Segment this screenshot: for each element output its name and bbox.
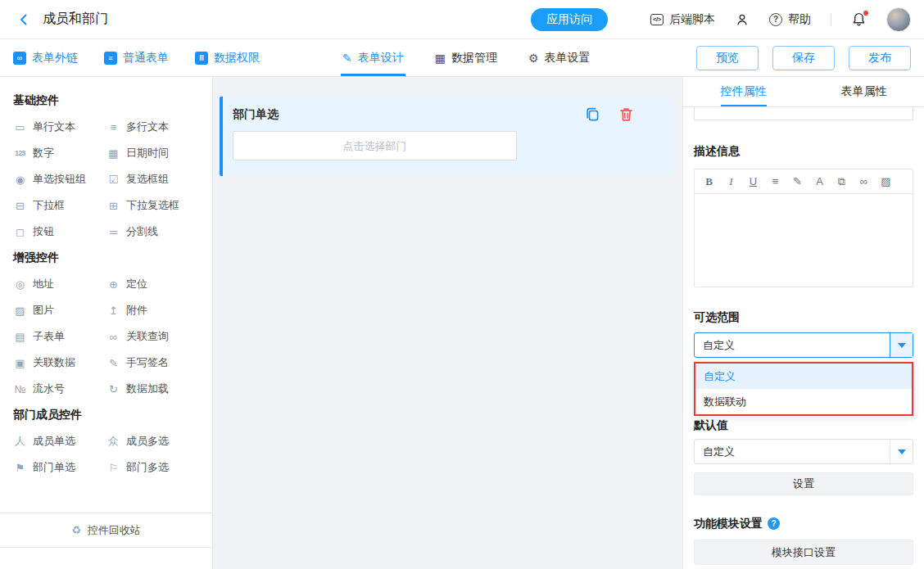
- sidebar-item-attachment[interactable]: ↥附件: [106, 303, 200, 318]
- department-picker-input[interactable]: [233, 131, 517, 160]
- range-dropdown-menu: 自定义 数据联动: [694, 362, 913, 416]
- tab-form-properties[interactable]: 表单属性: [804, 77, 924, 106]
- align-icon[interactable]: ≡: [769, 175, 781, 187]
- sidebar-item-multi-line-text[interactable]: ≡多行文本: [106, 120, 200, 134]
- widget-recycle-bin[interactable]: ♻ 控件回收站: [0, 513, 212, 548]
- insert-image-icon[interactable]: ▨: [880, 175, 892, 187]
- edit-icon[interactable]: ✎: [791, 175, 804, 187]
- publish-button[interactable]: 发布: [849, 46, 911, 70]
- sidebar-item-linked-data[interactable]: ▣关联数据: [13, 355, 106, 370]
- sidebar-item-dept-multi[interactable]: ⚐部门多选: [106, 460, 200, 475]
- trash-icon: [618, 106, 635, 123]
- page-title: 成员和部门: [43, 11, 108, 28]
- permission-icon: Ⅲ: [195, 52, 208, 65]
- widget-sidebar: 基础控件 ▭单行文本 ≡多行文本 123数字 ▦日期时间 ◉单选按钮组 ☑复选框…: [0, 77, 213, 569]
- save-button[interactable]: 保存: [772, 46, 835, 70]
- chevron-left-icon: [16, 12, 31, 27]
- datetime-icon: ▦: [106, 147, 120, 160]
- form-canvas[interactable]: 部门单选: [213, 77, 682, 569]
- location-icon: ⊕: [106, 278, 120, 291]
- bold-icon[interactable]: B: [703, 175, 715, 188]
- description-editor-body[interactable]: [695, 194, 913, 287]
- italic-icon[interactable]: I: [725, 175, 737, 188]
- help-label: 帮助: [788, 12, 811, 27]
- form-doc-icon: ≡: [104, 52, 117, 65]
- member-button[interactable]: [735, 12, 750, 27]
- help-button[interactable]: ? 帮助: [769, 12, 811, 27]
- sidebar-item-linked-query[interactable]: ∞关联查询: [106, 329, 200, 344]
- clone-icon[interactable]: ⧉: [836, 175, 848, 188]
- sidebar-item-number[interactable]: 123数字: [13, 146, 106, 160]
- image-widget-icon: ▨: [13, 305, 27, 317]
- back-button[interactable]: [16, 12, 31, 27]
- app-access-button[interactable]: 应用访问: [531, 8, 608, 31]
- tab-widget-properties[interactable]: 控件属性: [683, 77, 804, 106]
- sidebar-item-serial-number[interactable]: №流水号: [13, 382, 106, 396]
- external-link-icon: ∞: [13, 52, 26, 65]
- question-icon: ?: [769, 13, 782, 26]
- chevron-down-icon: [898, 343, 906, 348]
- sidebar-item-multi-select[interactable]: ⊞下拉复选框: [106, 198, 200, 213]
- dropdown-option-custom[interactable]: 自定义: [695, 364, 912, 389]
- sidebar-item-member-single[interactable]: 人成员单选: [13, 434, 106, 449]
- sidebar-item-address[interactable]: ◎地址: [13, 277, 106, 291]
- sidebar-item-data-load[interactable]: ↻数据加载: [106, 382, 200, 396]
- sidebar-item-radio-group[interactable]: ◉单选按钮组: [13, 172, 106, 187]
- sidebar-item-image[interactable]: ▨图片: [13, 303, 106, 318]
- sidebar-item-datetime[interactable]: ▦日期时间: [106, 146, 200, 160]
- sidebar-item-subform[interactable]: ▤子表单: [13, 329, 106, 344]
- attachment-icon: ↥: [106, 305, 120, 317]
- module-api-button[interactable]: 模块接口设置: [694, 540, 913, 565]
- selected-field-dept-single[interactable]: 部门单选: [220, 97, 673, 176]
- tab-form-design[interactable]: ✎ 表单设计: [342, 39, 404, 76]
- member-single-icon: 人: [13, 434, 27, 449]
- dept-single-icon: ⚑: [13, 462, 27, 474]
- range-select-caret[interactable]: [890, 333, 913, 357]
- tab-data-management[interactable]: ▦ 数据管理: [435, 39, 497, 76]
- underline-icon[interactable]: U: [747, 175, 759, 187]
- copy-icon: [584, 106, 601, 123]
- avatar[interactable]: [886, 7, 911, 32]
- sidebar-item-divider[interactable]: ═分割线: [106, 224, 200, 239]
- backend-script-button[interactable]: </> 后端脚本: [650, 12, 715, 27]
- multi-select-icon: ⊞: [106, 200, 120, 212]
- font-color-icon[interactable]: A: [813, 175, 826, 187]
- notifications-button[interactable]: [851, 11, 867, 27]
- sidebar-item-dept-single[interactable]: ⚑部门单选: [13, 460, 106, 475]
- tab-form-settings[interactable]: ⚙ 表单设置: [528, 39, 591, 76]
- select-icon: ⊟: [13, 200, 27, 212]
- sidebar-item-single-line-text[interactable]: ▭单行文本: [13, 120, 106, 134]
- tab-data-permission[interactable]: Ⅲ 数据权限: [195, 51, 260, 65]
- header-divider: [831, 13, 831, 26]
- tab-external-link[interactable]: ∞ 表单外链: [13, 51, 78, 65]
- sidebar-item-button[interactable]: ◻按钮: [13, 224, 106, 239]
- range-label: 可选范围: [694, 311, 913, 323]
- dropdown-option-data-linkage[interactable]: 数据联动: [695, 389, 912, 414]
- single-line-text-icon: ▭: [13, 121, 27, 133]
- preview-button[interactable]: 预览: [696, 46, 759, 70]
- delete-field-button[interactable]: [618, 106, 635, 123]
- sidebar-item-checkbox-group[interactable]: ☑复选框组: [106, 172, 200, 187]
- sidebar-item-select[interactable]: ⊟下拉框: [13, 198, 106, 213]
- link-icon[interactable]: ∞: [858, 175, 870, 187]
- sidebar-item-signature[interactable]: ✎手写签名: [106, 355, 200, 370]
- tab-normal-form[interactable]: ≡ 普通表单: [104, 51, 169, 65]
- default-select-value: 自定义: [695, 445, 890, 459]
- set-default-button[interactable]: 设置: [694, 472, 913, 495]
- notification-badge: [863, 11, 868, 16]
- default-select-caret[interactable]: [890, 440, 913, 463]
- serial-number-icon: №: [13, 383, 27, 395]
- default-value-select[interactable]: 自定义: [694, 439, 913, 464]
- range-select[interactable]: 自定义: [694, 332, 913, 358]
- linked-data-icon: ▣: [13, 357, 27, 369]
- multi-line-text-icon: ≡: [106, 121, 120, 133]
- module-help-icon[interactable]: ?: [768, 517, 780, 530]
- field-title-input-partial[interactable]: [694, 107, 913, 120]
- sidebar-item-location[interactable]: ⊕定位: [106, 277, 200, 291]
- sidebar-item-member-multi[interactable]: 众成员多选: [106, 434, 200, 449]
- description-label: 描述信息: [694, 145, 913, 157]
- duplicate-field-button[interactable]: [584, 106, 601, 123]
- data-load-icon: ↻: [106, 383, 120, 395]
- backend-script-label: 后端脚本: [669, 12, 715, 27]
- data-management-icon: ▦: [435, 52, 446, 65]
